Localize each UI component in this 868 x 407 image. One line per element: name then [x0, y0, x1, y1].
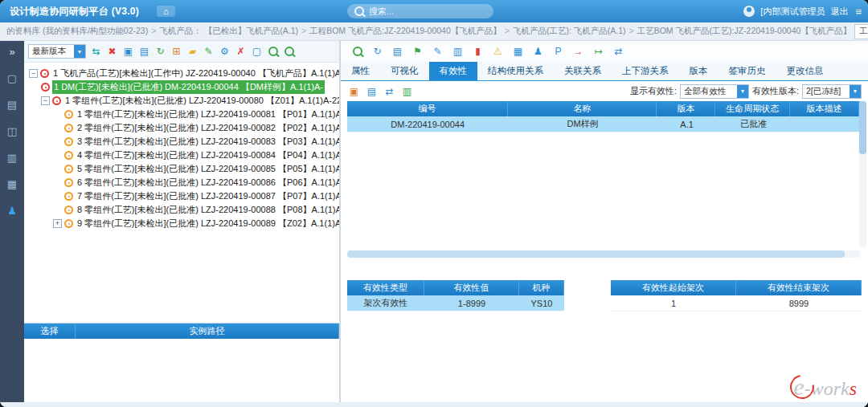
- paste-icon[interactable]: ⊞: [170, 45, 183, 59]
- column-header[interactable]: 有效性起始架次: [611, 280, 736, 295]
- export-list-icon[interactable]: ▥: [400, 84, 414, 98]
- save-as-icon[interactable]: ▤: [137, 45, 151, 59]
- save-validity-icon[interactable]: ▣: [347, 84, 361, 98]
- link-parts-icon[interactable]: ⇆: [89, 45, 103, 59]
- tree-node[interactable]: −1 零组件(工艺)[未检出](已批准) LZJ-220419-00080 【Z…: [41, 94, 338, 108]
- breadcrumb-segment[interactable]: 的资料库 (我的资料库/构型功能02-23): [6, 26, 148, 35]
- home-icon[interactable]: ⌂: [157, 6, 175, 17]
- tree-node[interactable]: +9 零组件(工艺)[未检出](已批准) LZJ-220419-00089 【Z…: [53, 217, 338, 230]
- monitor-icon[interactable]: ▢: [5, 71, 19, 85]
- tree-node-label[interactable]: 4 零组件(工艺)[未检出](已批准) LZJ-220419-00084 【P0…: [76, 149, 339, 162]
- expand-rail-icon[interactable]: »: [5, 44, 19, 59]
- tree-node[interactable]: 5 零组件(工艺)[未检出](已批准) LZJ-220419-00085 【P0…: [53, 162, 338, 176]
- chevron-down-icon[interactable]: ▼: [74, 45, 85, 58]
- collapse-icon[interactable]: −: [29, 69, 38, 78]
- zoom-in-icon[interactable]: [266, 45, 280, 59]
- tree-node-label[interactable]: 3 零组件(工艺)[未检出](已批准) LZJ-220419-00083 【P0…: [76, 135, 339, 149]
- delete-icon[interactable]: ✖: [105, 45, 119, 59]
- document-icon[interactable]: ▤: [391, 45, 404, 59]
- tree-node[interactable]: 1 零组件(工艺)[未检出](已批准) LZJ-220419-00081 【P0…: [53, 108, 338, 121]
- check-in-icon[interactable]: ⚑: [411, 45, 424, 59]
- user-avatar-icon[interactable]: [743, 6, 755, 17]
- table-row[interactable]: DM-220419-00044DM样例A.1已批准✓: [347, 116, 860, 132]
- table-row[interactable]: 18999: [611, 295, 862, 311]
- process-p-icon[interactable]: P: [551, 45, 565, 59]
- column-header[interactable]: 名称: [508, 101, 657, 116]
- tree-node[interactable]: 4 零组件(工艺)[未检出](已批准) LZJ-220419-00084 【P0…: [53, 149, 338, 162]
- tree-node-label[interactable]: 1 零组件(工艺)[未检出](已批准) LZJ-220419-00080 【Z0…: [63, 94, 339, 108]
- save-icon[interactable]: ▣: [121, 45, 135, 59]
- tree-node-label[interactable]: 1 零组件(工艺)[未检出](已批准) LZJ-220419-00081 【P0…: [76, 108, 339, 121]
- tree-node[interactable]: −1 飞机产品(工艺)[未检出](工作中) JZ-220419-00040 【飞…: [29, 67, 338, 80]
- route-icon[interactable]: →: [571, 45, 585, 59]
- breadcrumb-segment[interactable]: 工艺BOM 飞机产品(工艺):JZ-220419-00040【飞机产品】: [637, 26, 852, 35]
- expand-icon[interactable]: +: [53, 219, 62, 228]
- tab-active[interactable]: 有效性: [429, 62, 478, 80]
- library-icon[interactable]: ▤: [5, 97, 19, 112]
- column-header[interactable]: 有效性值: [424, 280, 519, 295]
- tree-node[interactable]: 2 零组件(工艺)[未检出](已批准) LZJ-220419-00082 【P0…: [53, 121, 338, 135]
- tree-node[interactable]: 1 DM(工艺)[未检出](已批准) DM-220419-00044 【DM样例…: [41, 80, 338, 94]
- team-icon[interactable]: ♟: [531, 45, 545, 59]
- validity-version-select[interactable]: 2[已冻结] ▼: [802, 84, 862, 99]
- search-icon[interactable]: [350, 45, 364, 59]
- package-icon[interactable]: ◫: [5, 124, 19, 138]
- breadcrumb-segment[interactable]: 飞机产品： 【已检出】飞机产品(A.1): [159, 26, 298, 35]
- tab-item[interactable]: 结构使用关系: [477, 62, 554, 80]
- horizontal-scrollbar[interactable]: [347, 250, 860, 258]
- logout-button[interactable]: 退出: [830, 6, 848, 18]
- column-header[interactable]: 选择: [24, 324, 76, 339]
- display-icon[interactable]: ▦: [5, 177, 19, 191]
- warning-icon[interactable]: ⚠: [491, 45, 505, 59]
- breadcrumb-segment[interactable]: 飞机产品(工艺): 飞机产品(A.1): [513, 26, 626, 35]
- tree-node[interactable]: 8 零组件(工艺)[未检出](已批准) LZJ-220419-00088 【P0…: [53, 203, 338, 217]
- chevron-down-icon[interactable]: ▼: [850, 85, 861, 98]
- tree-node[interactable]: 6 零组件(工艺)[未检出](已批准) LZJ-220419-00086 【P0…: [53, 176, 338, 189]
- breadcrumb-segment[interactable]: 工程BOM 飞机产品:JZ-220419-00040【飞机产品】: [309, 26, 502, 35]
- transfer-icon[interactable]: ⇄: [612, 45, 625, 59]
- vertical-scrollbar[interactable]: [859, 101, 866, 247]
- export-icon[interactable]: ↦: [592, 45, 605, 59]
- vertical-scroll-thumb[interactable]: [859, 101, 866, 154]
- column-header[interactable]: 有效性结束架次: [736, 280, 862, 295]
- plugin-icon[interactable]: ▥: [5, 150, 19, 165]
- show-validity-select[interactable]: 全部有效性 ▼: [680, 84, 749, 99]
- tab-item[interactable]: 版本: [679, 62, 719, 80]
- select-region-icon[interactable]: ▢: [250, 45, 264, 59]
- collapse-icon[interactable]: −: [41, 96, 50, 105]
- compare-icon[interactable]: ⇄: [383, 84, 396, 98]
- column-header[interactable]: 编号: [347, 101, 508, 116]
- tree-node-label[interactable]: 1 飞机产品(工艺)[未检出](工作中) JZ-220419-00040 【飞机…: [51, 67, 339, 80]
- edit-icon[interactable]: ✎: [431, 45, 444, 59]
- export-validity-icon[interactable]: ▤: [365, 84, 379, 98]
- version-select[interactable]: 最新版本 ▼: [28, 44, 86, 59]
- bookmark-icon[interactable]: ▮: [471, 45, 485, 59]
- tree-node[interactable]: 3 零组件(工艺)[未检出](已批准) LZJ-220419-00083 【P0…: [53, 135, 338, 149]
- menu-icon[interactable]: ≡: [855, 6, 862, 18]
- column-header[interactable]: 生命周期状态: [715, 101, 790, 116]
- refresh-icon[interactable]: ↻: [371, 45, 384, 59]
- table-row[interactable]: 架次有效性1-8999YS10: [347, 295, 564, 311]
- chart-icon[interactable]: ▦: [511, 45, 525, 59]
- tree-node-label[interactable]: 5 零组件(工艺)[未检出](已批准) LZJ-220419-00085 【P0…: [76, 162, 339, 176]
- tree-node-label[interactable]: 8 零组件(工艺)[未检出](已批准) LZJ-220419-00088 【P0…: [76, 203, 339, 217]
- remove-icon[interactable]: ✗: [234, 45, 248, 59]
- context-select[interactable]: 工艺BOM 飞机产品(工艺):JZ... ▼: [854, 24, 868, 39]
- tree-node-label[interactable]: 7 零组件(工艺)[未检出](已批准) LZJ-220419-00087 【P0…: [76, 189, 339, 203]
- tab-item[interactable]: 属性: [341, 62, 380, 80]
- report-icon[interactable]: ▥: [451, 45, 465, 59]
- column-header[interactable]: 版本描述: [790, 101, 859, 116]
- column-header[interactable]: 机种: [519, 280, 564, 295]
- tree-node[interactable]: 7 零组件(工艺)[未检出](已批准) LZJ-220419-00087 【P0…: [53, 189, 338, 203]
- team-icon[interactable]: ♟: [5, 203, 19, 218]
- chevron-down-icon[interactable]: ▼: [737, 85, 748, 98]
- zoom-out-icon[interactable]: [282, 45, 296, 59]
- settings-icon[interactable]: ⚙: [218, 45, 231, 59]
- edit-icon[interactable]: ✎: [202, 45, 215, 59]
- tab-item[interactable]: 上下游关系: [612, 62, 679, 80]
- column-header[interactable]: 版本: [657, 101, 715, 116]
- global-search-input[interactable]: 搜索...: [347, 4, 493, 18]
- tree-node-label[interactable]: 1 DM(工艺)[未检出](已批准) DM-220419-00044 【DM样例…: [52, 80, 325, 94]
- tree-node-label[interactable]: 2 零组件(工艺)[未检出](已批准) LZJ-220419-00082 【P0…: [76, 121, 339, 135]
- column-header[interactable]: 有效性类型: [347, 280, 424, 295]
